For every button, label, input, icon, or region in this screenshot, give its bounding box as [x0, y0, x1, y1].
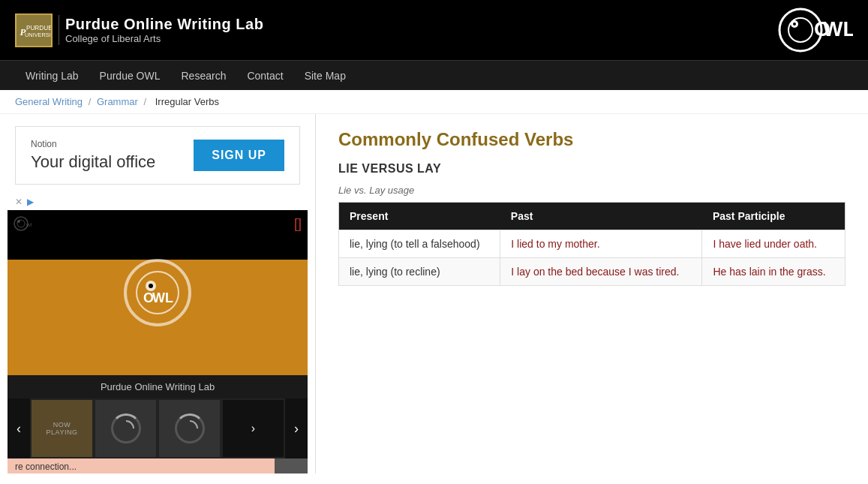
- owl-logo: WL O: [778, 8, 853, 53]
- purdue-logo: P PURDUE UNIVERSITY. Purdue Online Writi…: [15, 14, 263, 47]
- video-watermark: wl: [14, 216, 36, 233]
- owl-logo-svg: WL O: [778, 8, 853, 53]
- ad-forward-icon[interactable]: ▶: [27, 197, 34, 207]
- header-branding: P PURDUE UNIVERSITY. Purdue Online Writi…: [15, 14, 263, 47]
- owl-circle: WL O: [124, 259, 191, 326]
- ad-close-icon[interactable]: ✕: [15, 197, 23, 207]
- thumb-arrow-icon: ›: [251, 422, 255, 435]
- status-bar-container: re connection...: [8, 458, 308, 473]
- thumb-prev-button[interactable]: ‹: [8, 398, 30, 458]
- svg-point-12: [17, 220, 20, 223]
- owl-inner: WL O: [131, 266, 184, 319]
- cell-participle-1: I have lied under oath.: [702, 230, 845, 258]
- nav-item-contact[interactable]: Contact: [236, 61, 293, 91]
- cell-present-1: lie, lying (to tell a falsehood): [339, 230, 500, 258]
- thumb-item-1[interactable]: NOWPLAYING: [30, 398, 94, 458]
- ad-signup-button[interactable]: SIGN UP: [194, 140, 284, 171]
- ad-headline: Your digital office: [31, 152, 155, 172]
- table-caption: Lie vs. Lay usage: [338, 185, 845, 196]
- nav-item-research[interactable]: Research: [171, 61, 237, 91]
- table-body: lie, lying (to tell a falsehood) I lied …: [339, 230, 845, 286]
- owl-video-logo: WL O: [124, 259, 191, 326]
- svg-text:WL: WL: [152, 290, 173, 305]
- svg-text:wl: wl: [26, 221, 32, 228]
- breadcrumb-general-writing[interactable]: General Writing: [15, 96, 83, 107]
- ad-controls: ✕ ▶: [0, 197, 315, 210]
- site-header: P PURDUE UNIVERSITY. Purdue Online Writi…: [0, 0, 868, 60]
- video-black-top: [8, 210, 308, 260]
- table-header-row: Present Past Past Participle: [339, 203, 845, 230]
- nav-item-writing-lab[interactable]: Writing Lab: [15, 61, 89, 91]
- cell-past-2: I lay on the bed because I was tired.: [500, 258, 702, 286]
- right-column: Commonly Confused Verbs LIE VERSUS LAY L…: [315, 114, 868, 473]
- svg-point-7: [793, 23, 796, 26]
- header-title: Purdue Online Writing Lab College of Lib…: [65, 16, 263, 44]
- breadcrumb-grammar[interactable]: Grammar: [97, 96, 138, 107]
- main-nav: Writing Lab Purdue OWL Research Contact …: [0, 60, 868, 90]
- video-player[interactable]: wl WL O: [8, 210, 308, 375]
- thumb-loading-2: [111, 413, 141, 443]
- cell-participle-2: He has lain in the grass.: [702, 258, 845, 286]
- nav-item-site-map[interactable]: Site Map: [294, 61, 356, 91]
- thumb-item-4[interactable]: ›: [221, 398, 285, 458]
- col-header-past: Past: [500, 203, 702, 230]
- purdue-logo-mark: P PURDUE UNIVERSITY.: [15, 14, 53, 47]
- svg-text:UNIVERSITY.: UNIVERSITY.: [25, 32, 51, 38]
- svg-text:O: O: [143, 290, 154, 305]
- now-playing-label: NOWPLAYING: [47, 421, 78, 436]
- breadcrumb-separator-2: /: [143, 96, 149, 107]
- main-layout: Notion Your digital office SIGN UP ✕ ▶: [0, 114, 868, 473]
- thumb-loading-3: [175, 413, 205, 443]
- video-fullscreen-button[interactable]: []: [294, 216, 302, 232]
- status-text: re connection...: [15, 461, 77, 472]
- breadcrumb-current: Irregular Verbs: [155, 96, 219, 107]
- col-header-participle: Past Participle: [702, 203, 845, 230]
- breadcrumb: General Writing / Grammar / Irregular Ve…: [0, 90, 868, 114]
- ad-content: Notion Your digital office: [31, 139, 155, 172]
- page-title: Commonly Confused Verbs: [338, 129, 845, 150]
- svg-text:PURDUE: PURDUE: [26, 25, 51, 32]
- thumb-next-button[interactable]: ›: [285, 398, 308, 458]
- header-divider: [59, 15, 59, 45]
- site-subtitle: College of Liberal Arts: [65, 33, 263, 44]
- site-title: Purdue Online Writing Lab: [65, 16, 263, 33]
- section-subtitle: LIE VERSUS LAY: [338, 162, 845, 176]
- status-action-button[interactable]: [275, 458, 308, 473]
- thumb-item-2[interactable]: [94, 398, 158, 458]
- cell-present-2: lie, lying (to recline): [339, 258, 500, 286]
- breadcrumb-separator-1: /: [89, 96, 94, 107]
- video-thumbnails: ‹ NOWPLAYING: [8, 398, 308, 458]
- video-area: wl WL O: [8, 210, 308, 473]
- ad-box: Notion Your digital office SIGN UP: [15, 126, 300, 185]
- cell-past-1: I lied to my mother.: [500, 230, 702, 258]
- svg-text:O: O: [814, 17, 830, 41]
- ad-brand: Notion: [31, 139, 155, 149]
- status-bar: re connection...: [8, 458, 275, 473]
- thumb-item-3[interactable]: [158, 398, 221, 458]
- nav-item-purdue-owl[interactable]: Purdue OWL: [89, 61, 171, 91]
- table-row: lie, lying (to tell a falsehood) I lied …: [339, 230, 845, 258]
- left-column: Notion Your digital office SIGN UP ✕ ▶: [0, 114, 315, 473]
- video-caption: Purdue Online Writing Lab: [8, 375, 308, 398]
- verbs-table: Present Past Past Participle lie, lying …: [338, 202, 845, 286]
- table-row: lie, lying (to recline) I lay on the bed…: [339, 258, 845, 286]
- table-head: Present Past Past Participle: [339, 203, 845, 230]
- svg-point-16: [149, 284, 153, 288]
- col-header-present: Present: [339, 203, 500, 230]
